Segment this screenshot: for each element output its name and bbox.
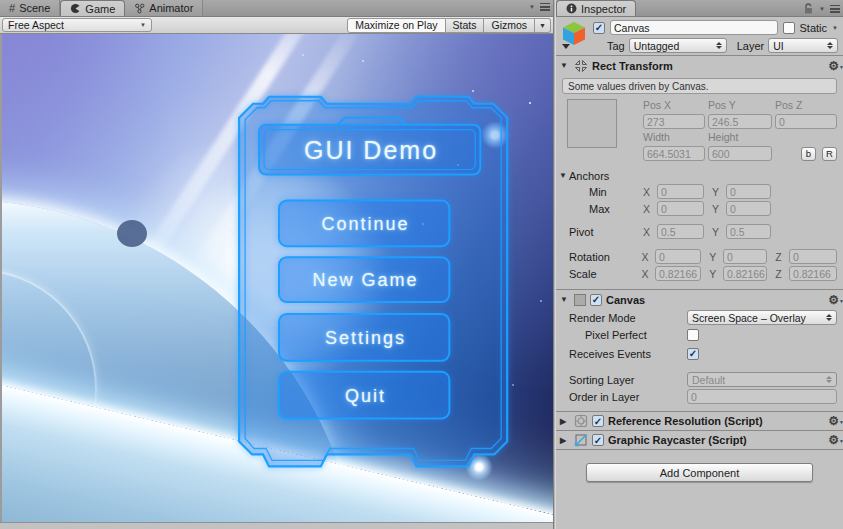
- canvas-component-title: Canvas: [606, 294, 645, 306]
- tab-animator-label: Animator: [149, 2, 193, 14]
- driven-help-box: Some values driven by Canvas.: [562, 78, 837, 94]
- anchor-preset-button[interactable]: [567, 99, 617, 148]
- gizmos-button[interactable]: Gizmos: [484, 18, 535, 33]
- canvas-component-icon: [574, 294, 586, 306]
- tag-value: Untagged: [634, 40, 680, 52]
- sorting-layer-value: Default: [692, 374, 725, 386]
- reference-resolution-header[interactable]: ▶ ✓ Reference Resolution (Script) ⚙▼: [556, 412, 843, 431]
- static-dropdown-arrow[interactable]: ▼: [832, 25, 838, 31]
- graphic-raycaster-header[interactable]: ▶ ✓ Graphic Raycaster (Script) ⚙▼: [556, 431, 843, 450]
- pivot-x-field: 0.5: [657, 224, 704, 239]
- axis-z-label: Z: [775, 268, 789, 280]
- rect-transform-header[interactable]: ▼ Rect Transform ⚙▼: [556, 56, 843, 75]
- tab-game-label: Game: [85, 3, 115, 15]
- inspector-pane: Inspector ▼ ✓ Canvas Static ▼ Tag: [556, 0, 843, 529]
- width-label: Width: [643, 131, 705, 144]
- pos-z-label: Pos Z: [775, 99, 837, 112]
- gear-icon[interactable]: ⚙▼: [828, 416, 839, 426]
- anchors-max-y-field: 0: [726, 201, 771, 216]
- settings-button[interactable]: Settings: [280, 315, 451, 362]
- pane-menu-icon[interactable]: [830, 5, 840, 13]
- render-mode-dropdown[interactable]: Screen Space – Overlay: [687, 310, 837, 325]
- pane-dropdown-icon[interactable]: ▼: [819, 6, 825, 12]
- name-field[interactable]: Canvas: [610, 20, 778, 35]
- unity-editor: { "colors": { "accent_blue": "#1E9EFF", …: [0, 0, 843, 529]
- active-checkbox[interactable]: ✓: [593, 22, 605, 34]
- game-pane: # Scene Game Animator ▼ Free Aspect ▼ Ma…: [0, 0, 553, 529]
- rotation-y-field: 0: [723, 249, 767, 264]
- anchors-max-x-field: 0: [657, 201, 704, 216]
- tab-inspector-label: Inspector: [581, 3, 626, 15]
- anchors-min-y-field: 0: [726, 184, 771, 199]
- aspect-dropdown[interactable]: Free Aspect ▼: [2, 18, 152, 32]
- popup-arrows-icon: [827, 42, 833, 50]
- popup-arrows-icon: [716, 42, 722, 50]
- gizmos-dropdown-arrow[interactable]: ▼: [535, 18, 551, 33]
- canvas-component-header[interactable]: ▼ ✓ Canvas ⚙▼: [556, 290, 843, 309]
- rect-transform-title: Rect Transform: [592, 60, 673, 72]
- receives-events-label: Receives Events: [569, 348, 687, 360]
- anchors-min-x-field: 0: [657, 184, 704, 199]
- tag-dropdown[interactable]: Untagged: [629, 38, 727, 53]
- reference-resolution-icon: [574, 414, 588, 428]
- foldout-closed-icon[interactable]: ▶: [560, 417, 570, 426]
- axis-x-label: X: [643, 203, 657, 215]
- height-label: Height: [708, 131, 772, 144]
- scale-label: Scale: [569, 268, 641, 280]
- maximize-on-play-button[interactable]: Maximize on Play: [347, 18, 445, 33]
- stats-button[interactable]: Stats: [446, 18, 485, 33]
- foldout-open-icon[interactable]: ▼: [560, 295, 570, 304]
- gear-icon[interactable]: ⚙▼: [828, 295, 839, 305]
- layer-dropdown[interactable]: UI: [768, 38, 838, 53]
- animator-icon: [134, 3, 145, 14]
- menu-frame: [2, 34, 553, 520]
- quit-button[interactable]: Quit: [280, 373, 451, 420]
- scene-icon: #: [9, 2, 15, 14]
- chevron-down-icon: ▼: [140, 22, 146, 28]
- inspector-icon: [566, 3, 577, 14]
- new-game-button[interactable]: New Game: [280, 258, 451, 303]
- pos-y-field: 246.5: [708, 114, 772, 129]
- tab-scene[interactable]: # Scene: [0, 0, 60, 16]
- menu-title: GUI Demo: [260, 125, 482, 175]
- add-component-button[interactable]: Add Component: [586, 463, 813, 482]
- axis-y-label: Y: [712, 226, 726, 238]
- component-enabled-checkbox[interactable]: ✓: [592, 415, 604, 427]
- pos-x-field: 273: [643, 114, 705, 129]
- sorting-layer-label: Sorting Layer: [569, 374, 687, 386]
- pixel-perfect-label: Pixel Perfect: [569, 329, 687, 341]
- tag-label: Tag: [593, 40, 625, 52]
- render-mode-label: Render Mode: [569, 312, 687, 324]
- pos-z-field: 0: [775, 114, 837, 129]
- receives-events-checkbox[interactable]: ✓: [687, 348, 699, 360]
- gameobject-cube-icon[interactable]: [560, 20, 588, 50]
- pixel-perfect-checkbox[interactable]: [687, 329, 699, 341]
- foldout-open-icon[interactable]: ▼: [560, 61, 570, 70]
- foldout-closed-icon[interactable]: ▶: [560, 436, 570, 445]
- pane-dropdown-icon[interactable]: ▼: [529, 4, 535, 10]
- lock-open-icon[interactable]: [803, 3, 814, 15]
- foldout-open-icon[interactable]: ▼: [559, 171, 569, 180]
- order-in-layer-field: 0: [687, 389, 837, 404]
- height-field: 600: [708, 146, 772, 161]
- pane-menu-icon[interactable]: [540, 3, 550, 11]
- game-viewport: GUI Demo Continue New Game Settings Quit: [0, 34, 553, 522]
- gameobject-header: ✓ Canvas Static ▼ Tag Untagged Layer UI: [556, 17, 843, 56]
- tab-inspector[interactable]: Inspector: [556, 0, 636, 16]
- raw-edit-button[interactable]: R: [822, 147, 837, 161]
- width-field: 664.5031: [643, 146, 705, 161]
- gear-icon[interactable]: ⚙▼: [828, 435, 839, 445]
- canvas-enabled-checkbox[interactable]: ✓: [590, 294, 602, 306]
- tab-game[interactable]: Game: [60, 0, 125, 16]
- continue-button[interactable]: Continue: [280, 201, 451, 247]
- component-enabled-checkbox[interactable]: ✓: [592, 434, 604, 446]
- popup-arrows-icon: [826, 314, 832, 322]
- blueprint-mode-button[interactable]: b: [801, 147, 816, 161]
- popup-arrows-icon: [826, 376, 832, 384]
- axis-y-label: Y: [712, 186, 726, 198]
- game-icon: [70, 3, 81, 14]
- layer-label: Layer: [731, 40, 765, 52]
- static-checkbox[interactable]: [783, 22, 795, 34]
- gear-icon[interactable]: ⚙▼: [828, 61, 839, 71]
- tab-animator[interactable]: Animator: [125, 0, 203, 16]
